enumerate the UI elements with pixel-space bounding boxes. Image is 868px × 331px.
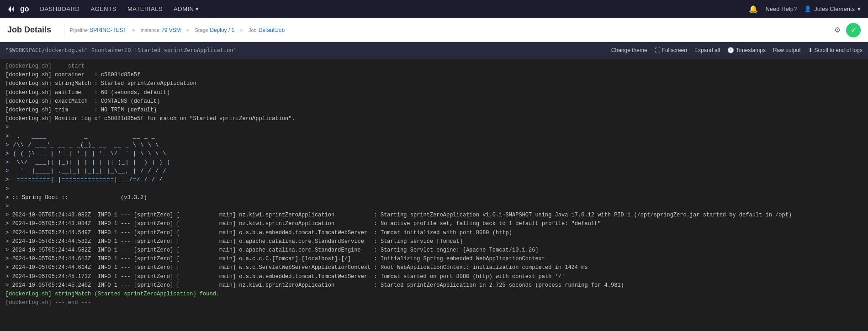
clock-icon: 🕐: [727, 47, 734, 53]
settings-icon[interactable]: ⚙: [834, 26, 841, 34]
sep1: »: [132, 27, 135, 33]
log-toolbar: "$WORKSPACE/dockerLog.sh" $containerID '…: [0, 42, 868, 58]
nav-dashboard[interactable]: DASHBOARD: [40, 5, 80, 12]
log-line: > 2024-10-05T05:24:44.613Z INFO 1 --- [s…: [5, 255, 863, 263]
log-line: > . ____ _ __ _ _: [5, 132, 863, 141]
logo[interactable]: go: [7, 4, 29, 14]
fullscreen-icon: ⛶: [655, 47, 660, 53]
log-line: [dockerLog.sh] Monitor log of c58081d85e…: [5, 115, 863, 123]
page-title: Job Details: [7, 25, 51, 35]
log-line: [dockerLog.sh] waitTime : 60 (seconds, d…: [5, 89, 863, 97]
log-line: > 2024-10-05T05:24:43.084Z INFO 1 --- [s…: [5, 220, 863, 228]
log-line: > 2024-10-05T05:24:44.582Z INFO 1 --- [s…: [5, 246, 863, 255]
scroll-to-end-button[interactable]: ⬇ Scroll to end of logs: [808, 47, 863, 53]
nav-items: DASHBOARD AGENTS MATERIALS ADMIN ▾: [40, 5, 738, 12]
job-status-badge: ✓: [846, 23, 861, 37]
nav-agents[interactable]: AGENTS: [90, 5, 116, 12]
log-line: > 2024-10-05T05:24:44.582Z INFO 1 --- [s…: [5, 237, 863, 246]
svg-marker-1: [11, 6, 14, 12]
breadcrumb-instance: Instance 79 VSM: [141, 27, 181, 33]
log-line: [dockerLog.sh] container : c58081d85e5f: [5, 71, 863, 79]
log-line: [dockerLog.sh] --- start ---: [5, 62, 863, 71]
user-name: Jules Clements: [814, 5, 855, 12]
log-line: > 2024-10-05T05:24:44.549Z INFO 1 --- [s…: [5, 229, 863, 237]
log-output[interactable]: [dockerLog.sh] --- start --- [dockerLog.…: [0, 58, 868, 331]
svg-marker-0: [8, 6, 11, 12]
top-nav: go DASHBOARD AGENTS MATERIALS ADMIN ▾ 🔔 …: [0, 0, 868, 18]
log-command-path: "$WORKSPACE/dockerLog.sh" $containerID '…: [5, 47, 604, 53]
divider: [64, 23, 64, 37]
log-line: > :: Spring Boot :: (v3.3.2): [5, 194, 863, 202]
log-line: > ( ( )\___ | '_ | '_| | '_ \/ _` | \ \ …: [5, 150, 863, 158]
breadcrumb-job: Job DefaultJob: [249, 27, 285, 33]
bell-icon[interactable]: 🔔: [749, 5, 758, 13]
log-line: [dockerLog.sh] exactMatch : CONTAINS (de…: [5, 97, 863, 106]
logo-text: go: [20, 5, 29, 13]
nav-admin[interactable]: ADMIN ▾: [174, 5, 199, 12]
change-theme-button[interactable]: Change theme: [611, 47, 647, 53]
log-line: > 2024-10-05T05:24:45.240Z INFO 1 --- [s…: [5, 281, 863, 290]
pipeline-link[interactable]: SPRING-TEST: [90, 27, 127, 33]
log-line: > 2024-10-05T05:24:43.082Z INFO 1 --- [s…: [5, 211, 863, 220]
sep2: »: [186, 27, 190, 33]
raw-output-button[interactable]: Raw output: [773, 47, 801, 53]
log-line: >: [5, 185, 863, 194]
user-menu[interactable]: 👤 Jules Clements ▾: [804, 5, 861, 12]
log-line: [dockerLog.sh] stringMatch (Started spri…: [5, 290, 863, 299]
log-line: > =========|_|==============|___/=/_/_/_…: [5, 176, 863, 184]
log-line: >: [5, 123, 863, 132]
user-chevron-icon: ▾: [857, 5, 861, 12]
log-line: > 2024-10-05T05:24:45.173Z INFO 1 --- [s…: [5, 273, 863, 281]
user-icon: 👤: [804, 5, 811, 12]
log-line: > 2024-10-05T05:24:44.614Z INFO 1 --- [s…: [5, 263, 863, 272]
toolbar-actions: Change theme ⛶ Fullscreen Expand all 🕐 T…: [611, 47, 863, 53]
fullscreen-button[interactable]: ⛶ Fullscreen: [655, 47, 687, 53]
nav-materials[interactable]: MATERIALS: [127, 5, 163, 12]
chevron-down-icon: ▾: [196, 5, 199, 12]
stage-link[interactable]: Deploy / 1: [210, 27, 234, 33]
sep3: »: [240, 27, 243, 33]
job-bar: Job Details Pipeline SPRING-TEST » Insta…: [0, 18, 868, 42]
breadcrumb-stage: Stage Deploy / 1: [195, 27, 235, 33]
job-link[interactable]: DefaultJob: [259, 27, 285, 33]
log-line: > /\\ / ___'_ __ _ _(_)_ __ __ _ \ \ \ \: [5, 141, 863, 150]
nav-right: 🔔 Need Help? 👤 Jules Clements ▾: [749, 5, 861, 13]
expand-all-button[interactable]: Expand all: [694, 47, 720, 53]
log-line: > ' |____| .__|_| |_|_| |_\__, | / / / /: [5, 167, 863, 176]
log-line: > \\/ ___)| |_)| | | | | || (_| | ) ) ) …: [5, 158, 863, 167]
go-logo-icon: [7, 4, 17, 14]
log-line: [dockerLog.sh] trim : NO_TRIM (default): [5, 106, 863, 115]
log-line: >: [5, 202, 863, 211]
log-line: [dockerLog.sh] stringMatch : Started spr…: [5, 79, 863, 88]
log-line: [dockerLog.sh] --- end ---: [5, 299, 863, 307]
download-icon: ⬇: [808, 47, 813, 53]
timestamps-button[interactable]: 🕐 Timestamps: [727, 47, 766, 53]
breadcrumb-pipeline: Pipeline SPRING-TEST: [70, 27, 127, 33]
help-link[interactable]: Need Help?: [765, 5, 797, 12]
instance-link[interactable]: 79 VSM: [161, 27, 181, 33]
